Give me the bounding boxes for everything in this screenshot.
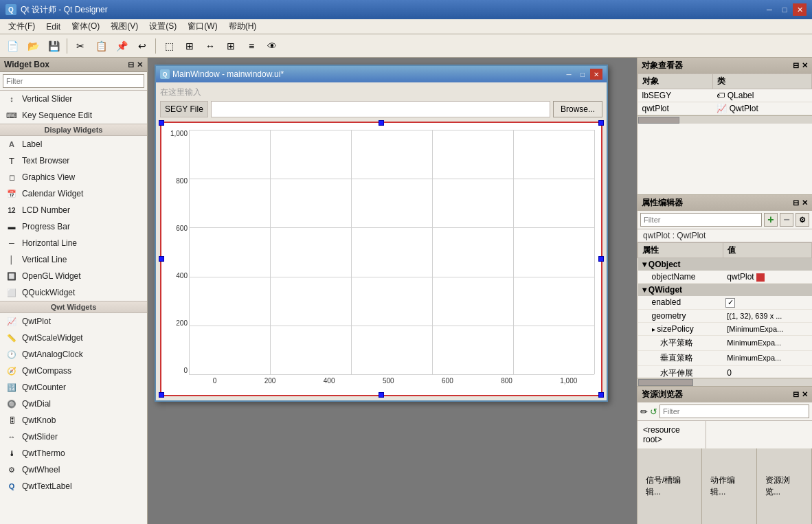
menu-view[interactable]: 视图(V) xyxy=(105,19,144,34)
pe-row-hpolicy[interactable]: 水平策略 MinimumExpa... xyxy=(638,335,812,350)
widget-item-opengl-widget[interactable]: 🔲 OpenGL Widget xyxy=(0,268,147,284)
toolbar-tab[interactable]: ⊞ xyxy=(180,37,199,55)
sel-handle-top-mid[interactable] xyxy=(379,120,384,126)
oi-float-btn[interactable]: ⊟ xyxy=(793,61,799,70)
calendar-widget-icon: 📅 xyxy=(5,187,18,200)
minimize-button[interactable]: ─ xyxy=(763,3,776,16)
widget-item-qwtcompass[interactable]: 🧭 QwtCompass xyxy=(0,363,147,379)
widget-item-progress-bar[interactable]: ▬ Progress Bar xyxy=(0,218,147,235)
oi-row-qwtplot[interactable]: qwtPlot 📈 QwtPlot xyxy=(638,102,812,115)
toolbar-undo[interactable]: ↩ xyxy=(133,37,152,55)
oi-scrollbar[interactable] xyxy=(638,115,812,124)
menu-edit[interactable]: Edit xyxy=(41,21,66,33)
qquickwidget-label: QQuickWidget xyxy=(22,288,75,297)
widget-item-qwtknob[interactable]: 🎛 QwtKnob xyxy=(0,412,147,429)
pe-row-sizepolicy[interactable]: ▸ sizePolicy [MinimumExpa... xyxy=(638,322,812,335)
sel-handle-mid-right[interactable] xyxy=(598,256,604,262)
widget-item-qwtslider[interactable]: ↔ QwtSlider xyxy=(0,429,147,445)
oi-close-btn[interactable]: ✕ xyxy=(802,61,808,70)
bottom-tab-action[interactable]: 动作编辑... xyxy=(702,448,757,524)
bottom-tab-resource[interactable]: 资源浏览... xyxy=(757,448,812,524)
menu-form[interactable]: 窗体(O) xyxy=(66,19,105,34)
pe-row-hstretch[interactable]: 水平伸展 0 xyxy=(638,365,812,378)
widget-item-qwtanalogclock[interactable]: 🕐 QwtAnalogClock xyxy=(0,346,147,363)
widget-item-qwttextlabel[interactable]: Q QwtTextLabel xyxy=(0,478,147,494)
widget-item-qwtdial[interactable]: 🔘 QwtDial xyxy=(0,396,147,412)
toolbar-sep-2 xyxy=(155,38,156,54)
bottom-tab-signal[interactable]: 信号/槽编辑... xyxy=(638,448,702,524)
widget-item-text-browser[interactable]: T Text Browser xyxy=(0,152,147,169)
pe-close-btn[interactable]: ✕ xyxy=(802,198,808,207)
rb-root-item[interactable]: <resource root> xyxy=(640,424,703,446)
pe-scrollbar-thumb[interactable] xyxy=(638,379,693,386)
rb-refresh-icon[interactable]: ↺ xyxy=(650,407,657,417)
pe-row-objectname[interactable]: objectName qwtPlot xyxy=(638,271,812,284)
qwtscalewidget-label: QwtScaleWidget xyxy=(22,333,83,343)
widget-item-qwtcounter[interactable]: 🔢 QwtCounter xyxy=(0,379,147,396)
widget-item-vertical-line[interactable]: │ Vertical Line xyxy=(0,251,147,268)
widget-item-graphics-view[interactable]: ◻ Graphics View xyxy=(0,169,147,185)
toolbar-paste[interactable]: 📌 xyxy=(112,37,131,55)
widget-item-key-sequence-edit[interactable]: ⌨ Key Sequence Edit xyxy=(0,107,147,124)
toolbar-align[interactable]: ≡ xyxy=(242,37,261,55)
rb-edit-icon[interactable]: ✏ xyxy=(640,407,648,417)
oi-row-lbsegy[interactable]: lbSEGY 🏷 QLabel xyxy=(638,89,812,102)
widget-item-qwtthermo[interactable]: 🌡 QwtThermo xyxy=(0,445,147,462)
maximize-button[interactable]: □ xyxy=(778,3,791,16)
menu-file[interactable]: 文件(F) xyxy=(3,19,41,34)
widget-item-qwtscalewidget[interactable]: 📏 QwtScaleWidget xyxy=(0,330,147,346)
toolbar-preview[interactable]: 👁 xyxy=(262,37,282,55)
toolbar-pointer[interactable]: ⬚ xyxy=(159,37,179,55)
toolbar-cut[interactable]: ✂ xyxy=(71,37,90,55)
menu-window[interactable]: 窗口(W) xyxy=(182,19,223,34)
toolbar-new[interactable]: 📄 xyxy=(3,37,22,55)
widget-item-lcd-number[interactable]: 12 LCD Number xyxy=(0,202,147,218)
key-sequence-icon: ⌨ xyxy=(5,109,18,122)
pe-enabled-checkbox[interactable]: ✓ xyxy=(725,298,735,308)
pe-float-btn[interactable]: ⊟ xyxy=(793,198,799,207)
pe-add-btn[interactable]: + xyxy=(764,213,778,227)
menu-help[interactable]: 帮助(H) xyxy=(223,19,262,34)
pe-filter-input[interactable] xyxy=(640,213,762,227)
rb-filter-input[interactable] xyxy=(659,405,809,418)
menu-settings[interactable]: 设置(S) xyxy=(144,19,182,34)
pe-row-enabled[interactable]: enabled ✓ xyxy=(638,296,812,309)
widget-item-horizontal-line[interactable]: ─ Horizontal Line xyxy=(0,235,147,251)
widget-item-vertical-slider[interactable]: ↕ Vertical Slider xyxy=(0,91,147,107)
pe-scrollbar[interactable] xyxy=(638,378,812,386)
widget-box-close[interactable]: ✕ xyxy=(137,60,143,69)
widget-item-qwtplot[interactable]: 📈 QwtPlot xyxy=(0,313,147,330)
toolbar-buddy[interactable]: ↔ xyxy=(201,37,220,55)
toolbar-copy[interactable]: 📋 xyxy=(91,37,111,55)
toolbar-save[interactable]: 💾 xyxy=(44,37,63,55)
pe-val-objectname[interactable]: qwtPlot xyxy=(723,271,811,284)
rb-close-btn[interactable]: ✕ xyxy=(802,390,808,399)
widget-box-filter-input[interactable] xyxy=(3,74,144,88)
browse-button[interactable]: Browse... xyxy=(553,101,602,117)
qwt-plot[interactable]: 1,000 800 600 400 200 0 xyxy=(160,122,602,396)
pe-row-vpolicy[interactable]: 垂直策略 MinimumExpa... xyxy=(638,350,812,365)
mw-close-btn[interactable]: ✕ xyxy=(590,69,602,80)
pe-config-btn[interactable]: ⚙ xyxy=(796,213,809,227)
segy-input[interactable] xyxy=(211,101,550,117)
widget-box-float[interactable]: ⊟ xyxy=(128,60,134,69)
widget-item-calendar-widget[interactable]: 📅 Calendar Widget xyxy=(0,185,147,202)
pe-remove-btn[interactable]: − xyxy=(780,213,793,227)
widget-item-label[interactable]: A Label xyxy=(0,136,147,152)
mw-maximize-btn[interactable]: □ xyxy=(576,69,589,80)
sel-handle-top-right[interactable] xyxy=(598,120,604,126)
mw-minimize-btn[interactable]: ─ xyxy=(563,69,575,80)
resource-browser-header: 资源浏览器 ⊟ ✕ xyxy=(638,387,812,402)
pe-val-enabled[interactable]: ✓ xyxy=(723,296,811,309)
close-button[interactable]: ✕ xyxy=(793,3,807,16)
qwtplot-icon: 📈 xyxy=(5,315,18,328)
widget-item-qquickwidget[interactable]: ⬜ QQuickWidget xyxy=(0,284,147,301)
toolbar-grid[interactable]: ⊞ xyxy=(221,37,240,55)
oi-object-lbsegy: lbSEGY xyxy=(638,89,713,102)
pe-row-geometry[interactable]: geometry [(1, 32), 639 x ... xyxy=(638,309,812,322)
widget-item-qwtwheel[interactable]: ⚙ QwtWheel xyxy=(0,462,147,478)
oi-class-lbsegy: 🏷 QLabel xyxy=(712,89,811,102)
rb-float-btn[interactable]: ⊟ xyxy=(793,390,799,399)
oi-scrollbar-thumb[interactable] xyxy=(638,117,679,124)
toolbar-open[interactable]: 📂 xyxy=(23,37,43,55)
